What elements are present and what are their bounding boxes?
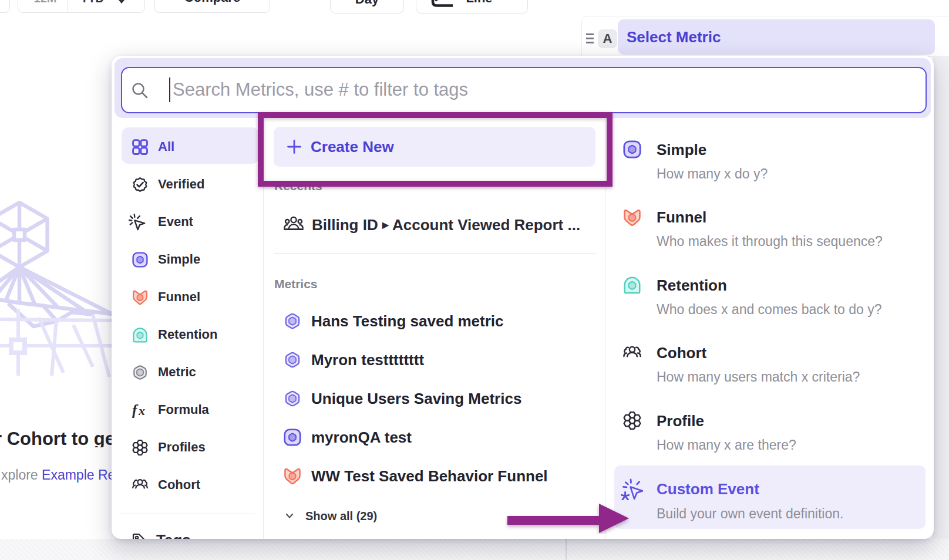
svg-text:x: x xyxy=(138,403,145,418)
svg-text:f: f xyxy=(132,402,139,418)
